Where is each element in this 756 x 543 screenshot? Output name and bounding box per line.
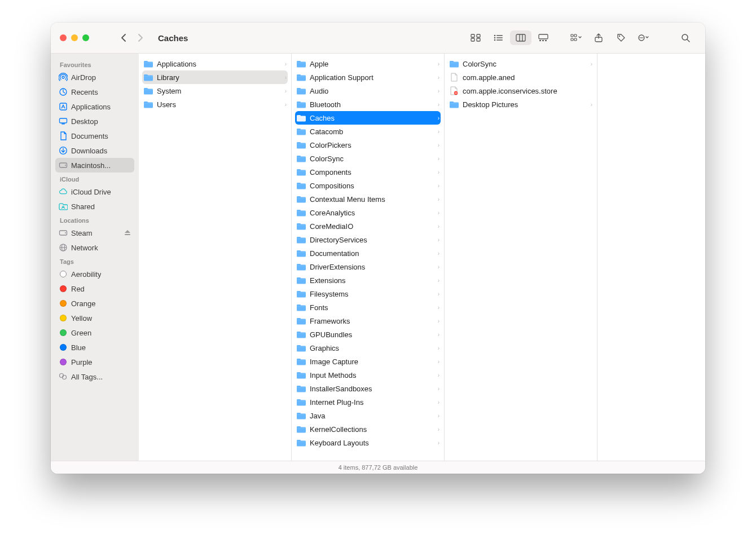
file-row[interactable]: InstallerSandboxes› [292, 382, 444, 395]
chevron-right-icon: › [434, 399, 439, 405]
svg-rect-17 [571, 34, 573, 37]
sidebar-item-orange[interactable]: Orange [55, 296, 134, 311]
sidebar-item-network[interactable]: Network [55, 240, 134, 255]
svg-rect-40 [125, 234, 130, 235]
icon-view-button[interactable] [465, 30, 486, 45]
file-row[interactable]: System› [139, 84, 291, 98]
file-row[interactable]: Fonts› [292, 301, 444, 314]
file-row[interactable]: Components› [292, 165, 444, 179]
sidebar-item-all-tags-[interactable]: All Tags... [55, 369, 134, 384]
file-row[interactable]: Filesystems› [292, 287, 444, 301]
folder-icon [296, 59, 306, 69]
folder-icon [296, 343, 306, 353]
close-button[interactable] [60, 34, 67, 41]
folder-icon [296, 235, 306, 245]
folder-icon [296, 221, 306, 231]
sidebar-item-blue[interactable]: Blue [55, 340, 134, 355]
sidebar-item-icloud-drive[interactable]: iCloud Drive [55, 184, 134, 199]
folder-icon [296, 356, 306, 367]
file-row[interactable]: CoreMediaIO› [292, 219, 444, 233]
file-row[interactable]: Applications› [139, 57, 291, 70]
sidebar-item-recents[interactable]: Recents [55, 85, 134, 99]
forward-button[interactable] [132, 30, 148, 46]
file-row[interactable]: com.apple.aned [445, 70, 597, 84]
folder-icon [296, 208, 306, 218]
svg-point-8 [494, 39, 496, 41]
file-row[interactable]: Desktop Pictures› [445, 98, 597, 111]
file-row[interactable]: Application Support› [292, 70, 444, 84]
sidebar-item-shared[interactable]: Shared [55, 199, 134, 214]
file-row[interactable]: Bluetooth› [292, 98, 444, 111]
file-row[interactable]: com.apple.iconservices.store [445, 84, 597, 98]
file-row[interactable]: Caches› [295, 111, 441, 125]
svg-point-26 [643, 37, 644, 38]
chevron-right-icon: › [434, 196, 439, 202]
sidebar-item-label: Green [71, 329, 91, 337]
gallery-view-button[interactable] [533, 30, 554, 45]
sidebar-item-label: All Tags... [71, 373, 103, 381]
file-row[interactable]: ColorPickers› [292, 138, 444, 152]
chevron-right-icon: › [434, 237, 439, 243]
sidebar-item-purple[interactable]: Purple [55, 355, 134, 369]
file-row[interactable]: ColorSync› [445, 57, 597, 70]
share-button[interactable] [588, 30, 609, 45]
file-row[interactable]: KernelCollections› [292, 422, 444, 436]
file-name: Desktop Pictures [463, 100, 583, 109]
file-row[interactable]: Audio› [292, 84, 444, 98]
group-by-button[interactable] [565, 30, 587, 45]
list-view-button[interactable] [487, 30, 509, 45]
minimize-button[interactable] [71, 34, 78, 41]
file-row[interactable]: Image Capture› [292, 355, 444, 368]
tags-button[interactable] [610, 30, 632, 45]
file-row[interactable]: Extensions› [292, 273, 444, 287]
file-name: Internet Plug-Ins [310, 398, 430, 407]
file-name: Input Methods [310, 371, 430, 379]
svg-rect-9 [496, 39, 503, 41]
chevron-right-icon: › [434, 264, 439, 270]
file-row[interactable]: Apple› [292, 57, 444, 70]
file-row[interactable]: Catacomb› [292, 125, 444, 138]
column-view-button[interactable] [510, 30, 531, 45]
sidebar-item-label: Network [71, 244, 98, 252]
file-row[interactable]: Input Methods› [292, 368, 444, 382]
sidebar-item-yellow[interactable]: Yellow [55, 311, 134, 325]
sidebar-item-macintosh-[interactable]: Macintosh... [55, 158, 134, 173]
chevron-right-icon: › [434, 250, 439, 257]
file-row[interactable]: Frameworks› [292, 314, 444, 328]
chevron-right-icon: › [434, 318, 439, 324]
file-row[interactable]: Internet Plug-Ins› [292, 395, 444, 409]
file-name: DirectoryServices [310, 236, 430, 244]
file-row[interactable]: Library› [142, 70, 288, 84]
file-row[interactable]: DriverExtensions› [292, 260, 444, 273]
sidebar-item-airdrop[interactable]: AirDrop [55, 70, 134, 85]
file-row[interactable]: Java› [292, 409, 444, 422]
sidebar-item-desktop[interactable]: Desktop [55, 114, 134, 129]
sidebar-item-green[interactable]: Green [55, 325, 134, 340]
file-row[interactable]: GPUBundles› [292, 328, 444, 341]
sidebar-item-red[interactable]: Red [55, 281, 134, 296]
maximize-button[interactable] [82, 34, 89, 41]
svg-rect-20 [574, 38, 577, 41]
svg-rect-2 [471, 38, 474, 41]
eject-icon[interactable] [124, 229, 131, 236]
file-row[interactable]: Graphics› [292, 341, 444, 355]
file-row[interactable]: Users› [139, 98, 291, 111]
file-row[interactable]: ColorSync› [292, 152, 444, 165]
file-row[interactable]: Compositions› [292, 179, 444, 192]
search-button[interactable] [675, 30, 696, 45]
sidebar-item-downloads[interactable]: Downloads [55, 143, 134, 158]
file-row[interactable]: CoreAnalytics› [292, 206, 444, 219]
sidebar-item-aerobility[interactable]: Aerobility [55, 267, 134, 281]
sidebar-section-label: Favourites [60, 61, 134, 68]
back-button[interactable] [116, 30, 132, 46]
file-row[interactable]: Documentation› [292, 246, 444, 260]
file-row[interactable]: DirectoryServices› [292, 233, 444, 246]
file-name: Bluetooth [310, 100, 430, 109]
svg-rect-18 [574, 34, 577, 37]
file-row[interactable]: Contextual Menu Items› [292, 192, 444, 206]
action-button[interactable] [633, 30, 654, 45]
sidebar-item-steam[interactable]: Steam [55, 226, 134, 240]
file-row[interactable]: Keyboard Layouts› [292, 436, 444, 449]
sidebar-item-applications[interactable]: Applications [55, 99, 134, 114]
sidebar-item-documents[interactable]: Documents [55, 129, 134, 143]
